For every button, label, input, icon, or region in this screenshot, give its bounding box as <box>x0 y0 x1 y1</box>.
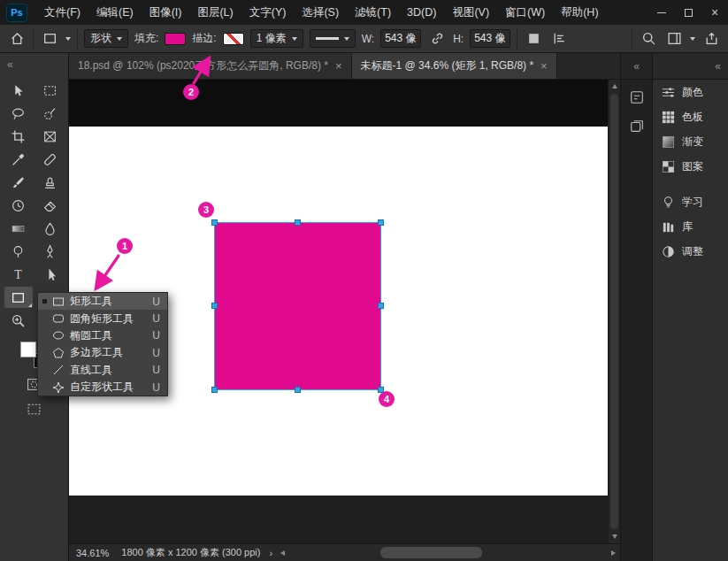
line-shape-icon <box>52 364 65 376</box>
transform-handle-top-middle[interactable] <box>295 219 301 226</box>
menu-file[interactable]: 文件(F) <box>36 0 88 25</box>
panel-button-patterns[interactable]: 图案 <box>653 154 728 179</box>
tool-preset-caret-icon[interactable] <box>65 37 71 41</box>
stroke-color-swatch[interactable] <box>223 33 244 45</box>
eraser-tool[interactable] <box>36 195 65 216</box>
frame-tool[interactable] <box>36 126 65 147</box>
flyout-item-ellipse-tool[interactable]: 椭圆工具 U <box>38 327 167 344</box>
panel-button-learn[interactable]: 学习 <box>653 189 728 214</box>
screen-mode-icon[interactable] <box>23 398 46 419</box>
zoom-level[interactable]: 34.61% <box>76 548 109 558</box>
zoom-tool[interactable] <box>4 310 33 331</box>
properties-panel-icon[interactable] <box>625 86 648 109</box>
menu-type[interactable]: 文字(Y) <box>241 0 295 25</box>
height-label: H: <box>453 33 464 45</box>
path-selection-tool[interactable] <box>36 264 65 285</box>
tool-mode-select[interactable]: 形状 <box>84 29 128 48</box>
flyout-item-polygon-tool[interactable]: 多边形工具 U <box>38 344 167 361</box>
shape-height-input[interactable] <box>470 29 510 48</box>
flyout-item-rectangle-tool[interactable]: 矩形工具 U <box>38 293 167 310</box>
info-panel-icon[interactable] <box>625 115 648 138</box>
status-chevron-icon[interactable]: › <box>269 548 272 558</box>
link-dimensions-icon[interactable] <box>427 29 447 49</box>
horizontal-scrollbar[interactable] <box>290 547 606 558</box>
flyout-item-rounded-rectangle-tool[interactable]: 圆角矩形工具 U <box>38 310 167 327</box>
panel-button-libraries[interactable]: 库 <box>653 214 728 239</box>
drawn-rectangle-shape[interactable] <box>215 223 380 389</box>
menu-view[interactable]: 视图(V) <box>444 0 497 25</box>
pen-tool[interactable] <box>36 241 65 262</box>
scroll-down-icon[interactable] <box>612 534 617 539</box>
brush-tool[interactable] <box>4 172 33 193</box>
flyout-item-custom-shape-tool[interactable]: 自定形状工具 U <box>38 379 167 396</box>
menu-3d[interactable]: 3D(D) <box>399 0 444 25</box>
eyedropper-tool[interactable] <box>4 149 33 170</box>
menu-image[interactable]: 图像(I) <box>142 0 190 25</box>
menu-edit[interactable]: 编辑(E) <box>88 0 142 25</box>
crop-tool[interactable] <box>4 126 33 147</box>
maximize-icon[interactable] <box>675 0 701 25</box>
transform-handle-middle-left[interactable] <box>211 303 218 309</box>
transform-handle-top-left[interactable] <box>211 219 218 226</box>
panel-label-gradients: 渐变 <box>682 134 703 150</box>
transform-handle-bottom-middle[interactable] <box>295 387 301 393</box>
document-tab-bar: 18.psd @ 102% (ps2020正方形怎么弄圆角, RGB/8) * … <box>69 53 620 80</box>
clone-stamp-tool[interactable] <box>36 172 65 193</box>
stroke-width-select[interactable]: 1 像素 <box>250 29 303 48</box>
workspace-switcher-icon[interactable] <box>664 29 684 49</box>
collapse-panels-icon[interactable]: « <box>715 60 721 73</box>
transform-handle-bottom-left[interactable] <box>211 387 218 393</box>
rectangle-tool[interactable] <box>4 287 33 308</box>
fill-color-swatch[interactable] <box>165 33 186 45</box>
close-tab-icon[interactable]: × <box>335 59 342 73</box>
tool-options-bar: 形状 填充: 描边: 1 像素 W: H: <box>0 25 728 53</box>
path-alignment-icon[interactable] <box>549 29 569 49</box>
tab-title: 未标题-1 @ 34.6% (矩形 1, RGB/8) * <box>361 58 534 73</box>
healing-brush-tool[interactable] <box>36 149 65 170</box>
path-operations-icon[interactable] <box>524 29 543 49</box>
home-icon[interactable] <box>7 29 27 49</box>
blur-tool[interactable] <box>36 218 65 239</box>
dodge-tool[interactable] <box>4 241 33 262</box>
move-tool[interactable] <box>4 80 33 101</box>
menu-filter[interactable]: 滤镜(T) <box>347 0 399 25</box>
flyout-item-line-tool[interactable]: 直线工具 U <box>38 362 167 379</box>
history-brush-tool[interactable] <box>4 195 33 216</box>
menu-window[interactable]: 窗口(W) <box>497 0 553 25</box>
close-tab-icon[interactable]: × <box>540 59 548 73</box>
transform-handle-middle-right[interactable] <box>378 303 384 309</box>
horizontal-scrollbar-thumb[interactable] <box>380 547 482 558</box>
type-tool[interactable]: T <box>4 264 33 285</box>
share-image-icon[interactable] <box>701 29 721 49</box>
search-icon[interactable] <box>639 29 658 49</box>
collapse-toolbar-icon[interactable]: « <box>7 58 13 71</box>
window-controls: × <box>648 0 728 25</box>
panel-button-color[interactable]: 颜色 <box>653 80 728 104</box>
gradient-tool[interactable] <box>4 218 33 239</box>
panel-button-adjustments[interactable]: 调整 <box>653 239 728 264</box>
menu-layer[interactable]: 图层(L) <box>189 0 241 25</box>
chevron-down-icon[interactable] <box>690 37 695 41</box>
vertical-scrollbar[interactable] <box>608 80 620 543</box>
foreground-color-swatch[interactable] <box>20 342 36 357</box>
panel-button-swatches[interactable]: 色板 <box>653 104 728 129</box>
close-icon[interactable]: × <box>701 0 728 25</box>
stroke-style-select[interactable] <box>310 29 356 48</box>
panel-button-gradients[interactable]: 渐变 <box>653 129 728 154</box>
expand-rail-icon[interactable]: « <box>633 60 640 73</box>
minimize-icon[interactable] <box>648 0 675 25</box>
transform-handle-top-right[interactable] <box>378 219 384 226</box>
vertical-scrollbar-thumb[interactable] <box>610 94 618 529</box>
tab-document-untitled-1[interactable]: 未标题-1 @ 34.6% (矩形 1, RGB/8) * × <box>352 53 557 79</box>
rectangular-marquee-tool[interactable] <box>36 80 65 101</box>
tool-preset-rectangle-icon[interactable] <box>40 29 59 49</box>
lasso-tool[interactable] <box>4 103 33 124</box>
quick-selection-tool[interactable] <box>36 103 65 124</box>
tab-document-18psd[interactable]: 18.psd @ 102% (ps2020正方形怎么弄圆角, RGB/8) * … <box>69 53 352 79</box>
menu-help[interactable]: 帮助(H) <box>553 0 606 25</box>
scroll-left-icon[interactable] <box>280 550 285 556</box>
scroll-right-icon[interactable] <box>611 550 616 556</box>
shape-width-input[interactable] <box>380 29 421 48</box>
menu-select[interactable]: 选择(S) <box>294 0 347 25</box>
scroll-up-icon[interactable] <box>612 84 617 88</box>
